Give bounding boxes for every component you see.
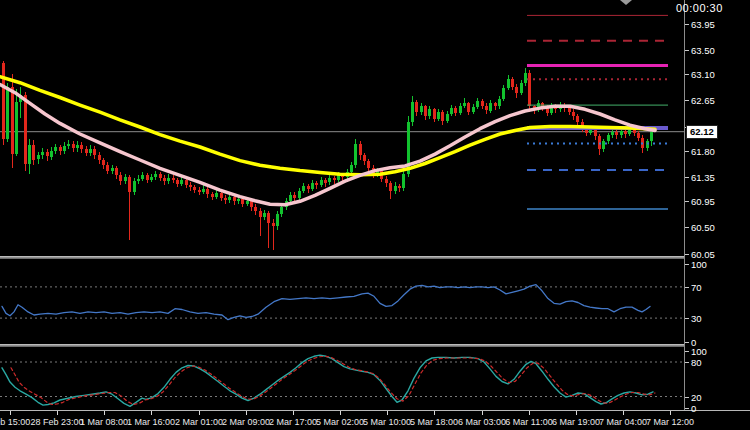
price-axis-label-tick	[685, 24, 689, 25]
candle-body	[354, 144, 357, 166]
rsi-axis-label-tick	[685, 342, 689, 343]
candle-body	[80, 145, 83, 150]
time-axis-tick	[151, 411, 152, 415]
candle-body	[119, 175, 122, 181]
time-axis-label: 7 Mar 04:00	[599, 417, 647, 427]
candle-body	[367, 161, 370, 168]
stoch-axis-label-tick	[685, 397, 689, 398]
time-axis-tick	[387, 411, 388, 415]
countdown-timer: 00:00:30	[676, 2, 723, 14]
time-axis-label: 2 Mar 01:00	[175, 417, 223, 427]
candle-body	[424, 106, 427, 116]
price-axis-label-tick	[685, 254, 689, 255]
candle-body	[328, 178, 331, 183]
candle-body	[481, 101, 484, 106]
candle-body	[185, 180, 188, 185]
candle-body	[433, 109, 436, 118]
time-axis-tick	[576, 411, 577, 415]
candle-body	[224, 198, 227, 200]
time-axis-tick	[670, 411, 671, 415]
time-axis-tick	[623, 411, 624, 415]
stochastic-indicator-panel[interactable]	[0, 347, 684, 410]
candle-body	[220, 193, 223, 198]
rsi-axis-label-tick	[685, 264, 689, 265]
candle-body	[167, 178, 170, 182]
candle-body	[307, 186, 310, 189]
candle-body	[450, 108, 453, 114]
candle-body	[237, 199, 240, 201]
time-axis-label: 5 Mar 02:00	[316, 417, 364, 427]
candle-body	[459, 106, 462, 113]
price-axis-label-tick	[685, 227, 689, 228]
candle-body	[24, 95, 27, 163]
candle-body	[250, 201, 253, 206]
candle-body	[646, 141, 649, 148]
candle-body	[394, 186, 397, 191]
price-axis-label-tick	[685, 177, 689, 178]
candle-body	[398, 186, 401, 188]
candle-body	[198, 190, 201, 192]
candle-body	[133, 181, 136, 192]
time-axis-tick	[57, 411, 58, 415]
time-axis-tick	[434, 411, 435, 415]
candle-body	[146, 175, 149, 180]
time-axis[interactable]: Feb 15:0028 Feb 23:001 Mar 08:001 Mar 16…	[0, 410, 750, 430]
candle-body	[602, 141, 605, 149]
candle-body	[594, 129, 597, 136]
candle-body	[150, 177, 153, 180]
candle-body	[437, 112, 440, 119]
candle-body	[76, 145, 79, 149]
time-axis-label: 1 Mar 16:00	[127, 417, 175, 427]
price-axis[interactable]: 63.9563.5063.1062.6562.2061.8061.3560.95…	[684, 0, 750, 410]
time-axis-tick	[104, 411, 105, 415]
candle-body	[324, 180, 327, 182]
rsi-axis-label: 100	[691, 259, 707, 270]
time-axis-label: 6 Mar 03:00	[458, 417, 506, 427]
candle-body	[124, 177, 127, 181]
candle-body	[528, 73, 531, 107]
candle-body	[15, 102, 18, 153]
candle-body	[11, 87, 14, 154]
stoch-axis-label-tick	[685, 408, 689, 409]
candle-body	[607, 135, 610, 141]
price-axis-label: 63.50	[691, 45, 715, 56]
time-axis-label: 28 Feb 23:00	[30, 417, 83, 427]
candle-body	[28, 145, 31, 164]
candle-body	[611, 132, 614, 136]
candle-body	[494, 103, 497, 106]
rsi-axis-label-tick	[685, 318, 689, 319]
main-price-chart[interactable]	[0, 0, 684, 257]
candle-body	[511, 79, 514, 87]
time-axis-tick	[10, 411, 11, 415]
candle-body	[359, 144, 362, 156]
price-axis-label-tick	[685, 50, 689, 51]
rsi-axis-label: 30	[691, 313, 702, 324]
price-axis-label: 63.10	[691, 69, 715, 80]
candle-body	[102, 160, 105, 165]
candle-body	[241, 199, 244, 204]
candle-body	[172, 178, 175, 180]
candle-body	[624, 131, 627, 135]
candle-body	[280, 207, 283, 215]
candle-body	[385, 179, 388, 183]
candle-body	[37, 155, 40, 159]
time-axis-label: 2 Mar 17:00	[269, 417, 317, 427]
time-axis-label: Feb 15:00	[0, 417, 30, 427]
candle-body	[311, 183, 314, 189]
candle-body	[489, 103, 492, 110]
candle-body	[63, 146, 66, 151]
candle-body	[289, 195, 292, 201]
candle-body	[637, 133, 640, 138]
candle-body	[2, 63, 5, 139]
candle-body	[524, 73, 527, 83]
rsi-indicator-panel[interactable]	[0, 259, 684, 345]
candle-body	[176, 180, 179, 184]
rsi-axis-label-tick	[685, 287, 689, 288]
ma-yellow-line	[0, 77, 655, 175]
chart-shift-marker-icon[interactable]	[620, 0, 632, 5]
candle-body	[485, 106, 488, 111]
candle-body	[41, 152, 44, 156]
candle-body	[137, 179, 140, 181]
candle-body	[154, 174, 157, 177]
candle-body	[254, 207, 257, 211]
